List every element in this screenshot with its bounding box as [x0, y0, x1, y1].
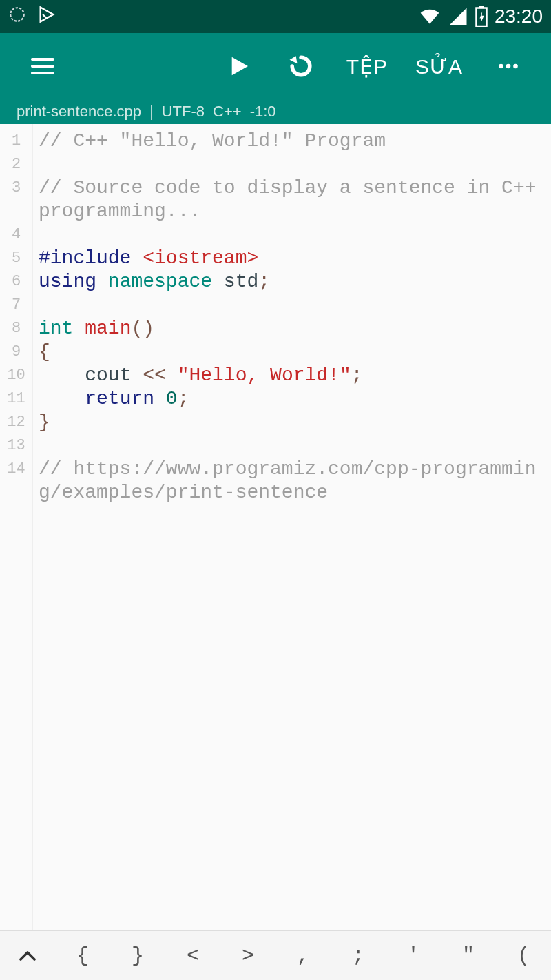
code-line: // C++ "Hello, World!" Program: [39, 130, 547, 153]
app-bar-main: TỆP SỬA: [0, 33, 551, 99]
symbol-key[interactable]: ;: [331, 931, 386, 980]
language-label: C++: [213, 103, 242, 121]
hamburger-icon: [29, 52, 56, 80]
symbol-bar-expand-button[interactable]: [0, 931, 55, 980]
symbol-shortcut-bar: {}<>,;'"(: [0, 930, 551, 980]
cell-signal-icon: [448, 6, 468, 27]
code-line: [39, 223, 547, 247]
spinner-icon: [8, 6, 26, 28]
filename-label: print-sentence.cpp: [17, 103, 141, 121]
line-number: 4: [0, 223, 32, 247]
svg-rect-2: [479, 6, 484, 8]
symbol-key[interactable]: }: [110, 931, 165, 980]
line-number: 5: [0, 247, 32, 270]
hamburger-menu-button[interactable]: [14, 37, 72, 95]
cursor-pos-label: -1:0: [250, 103, 276, 121]
line-number: 12: [0, 411, 32, 434]
play-icon: [224, 52, 251, 80]
battery-charging-icon: [475, 6, 488, 27]
app-bar: TỆP SỬA print-sentence.cpp | UTF-8 C++ -…: [0, 33, 551, 124]
line-number: 14: [0, 458, 32, 481]
line-number: 6: [0, 270, 32, 294]
line-number: 9: [0, 340, 32, 364]
line-number: 7: [0, 294, 32, 317]
file-info-bar: print-sentence.cpp | UTF-8 C++ -1:0: [0, 99, 551, 124]
line-number: 8: [0, 317, 32, 340]
code-line: using namespace std;: [39, 270, 547, 294]
wifi-icon: [419, 6, 441, 28]
clock-text: 23:20: [495, 6, 543, 28]
edit-menu-button[interactable]: SỬA: [404, 37, 474, 95]
status-right: 23:20: [419, 6, 543, 28]
line-number: 3: [0, 176, 32, 200]
code-editor[interactable]: 1234567891011121314 // C++ "Hello, World…: [0, 124, 551, 930]
run-button[interactable]: [209, 37, 267, 95]
svg-point-4: [506, 64, 511, 69]
svg-point-5: [513, 64, 518, 69]
android-status-bar: 23:20: [0, 0, 551, 33]
code-line: [39, 153, 547, 176]
line-number: 1: [0, 130, 32, 153]
code-line: cout << "Hello, World!";: [39, 364, 547, 387]
code-line: // Source code to display a sentence in …: [39, 176, 547, 223]
code-line: {: [39, 340, 547, 364]
svg-point-3: [499, 64, 503, 69]
overflow-menu-button[interactable]: [479, 37, 537, 95]
code-line: int main(): [39, 317, 547, 340]
file-menu-button[interactable]: TỆP: [335, 37, 399, 95]
line-number: 11: [0, 387, 32, 411]
line-number-wrap: [0, 481, 32, 504]
symbol-key[interactable]: <: [165, 931, 220, 980]
info-separator: |: [149, 103, 154, 121]
line-number: 10: [0, 364, 32, 387]
line-number: 13: [0, 434, 32, 458]
more-horizontal-icon: [496, 54, 521, 79]
symbol-key[interactable]: >: [220, 931, 276, 980]
line-number-gutter: 1234567891011121314: [0, 124, 33, 930]
symbol-key[interactable]: {: [55, 931, 110, 980]
symbol-key[interactable]: (: [496, 931, 551, 980]
app-notif-icon: [37, 5, 56, 29]
symbol-key[interactable]: ': [386, 931, 441, 980]
line-number-wrap: [0, 504, 32, 528]
code-line: [39, 434, 547, 458]
undo-icon: [286, 51, 316, 81]
symbol-key[interactable]: ,: [276, 931, 331, 980]
svg-point-0: [10, 8, 24, 21]
chevron-up-icon: [17, 946, 38, 966]
symbol-key[interactable]: ": [441, 931, 496, 980]
code-line: #include <iostream>: [39, 247, 547, 270]
line-number: 2: [0, 153, 32, 176]
encoding-label: UTF-8: [162, 103, 205, 121]
code-line: }: [39, 411, 547, 434]
code-line: // https://www.programiz.com/cpp-program…: [39, 458, 547, 504]
line-number-wrap: [0, 200, 32, 223]
code-line: return 0;: [39, 387, 547, 411]
undo-button[interactable]: [272, 37, 330, 95]
code-line: [39, 294, 547, 317]
status-left: [8, 5, 56, 29]
code-area[interactable]: // C++ "Hello, World!" Program// Source …: [33, 124, 551, 930]
